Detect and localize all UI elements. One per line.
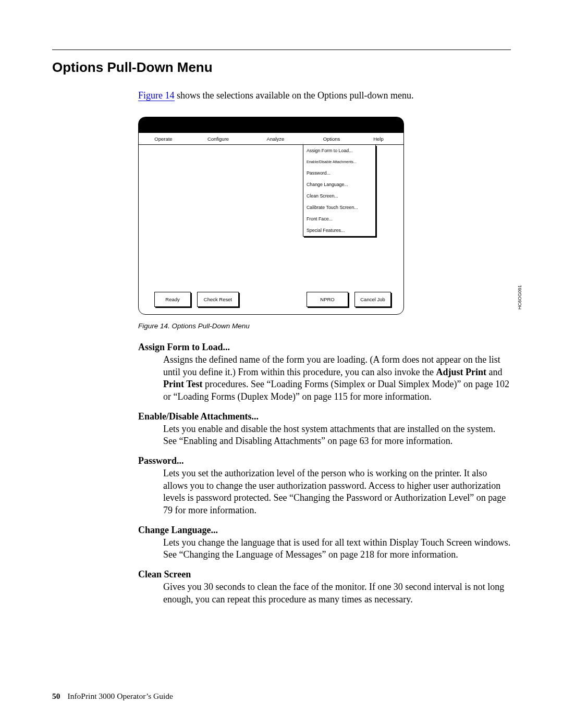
page-footer: 50InfoPrint 3000 Operator’s Guide [52, 692, 173, 701]
npro-button[interactable]: NPRO [307, 292, 348, 307]
menu-options[interactable]: Options [303, 136, 360, 142]
dropdown-item-change-language[interactable]: Change Language... [303, 179, 375, 190]
def-text: and [486, 367, 503, 377]
def-body: Lets you set the authorization level of … [163, 467, 511, 517]
menu-operate[interactable]: Operate [139, 136, 188, 142]
definition-list: Assign Form to Load... Assigns the defin… [138, 341, 511, 606]
def-term: Password... [138, 455, 511, 467]
def-assign-form: Assign Form to Load... Assigns the defin… [138, 341, 511, 403]
def-term: Clean Screen [138, 569, 511, 581]
def-term: Change Language... [138, 524, 511, 537]
def-clean-screen: Clean Screen Gives you 30 seconds to cle… [138, 569, 511, 606]
def-password: Password... Lets you set the authorizati… [138, 455, 511, 517]
menu-configure[interactable]: Configure [188, 136, 248, 142]
def-body: Gives you 30 seconds to clean the face o… [163, 581, 511, 606]
check-reset-button[interactable]: Check Reset [197, 292, 239, 307]
def-text: procedures. See “Loading Forms (Simplex … [163, 379, 509, 402]
dropdown-item-enable-disable[interactable]: Enable/Disable Attachments... [303, 156, 375, 167]
def-body: Lets you enable and disable the host sys… [163, 423, 511, 448]
ui-menubar: Operate Configure Analyze Options Help [139, 133, 403, 145]
menu-help[interactable]: Help [360, 136, 397, 142]
menu-analyze[interactable]: Analyze [248, 136, 303, 142]
def-body: Assigns the defined name of the form you… [163, 354, 511, 403]
figure-reference-link[interactable]: Figure 14 [138, 90, 175, 101]
ui-screenshot-frame: Operate Configure Analyze Options Help A… [138, 117, 404, 315]
def-enable-disable: Enable/Disable Attachments... Lets you e… [138, 411, 511, 448]
cancel-job-button[interactable]: Cancel Job [354, 292, 391, 307]
intro-text: shows the selections available on the Op… [175, 90, 414, 101]
options-dropdown: Assign Form to Load... Enable/Disable At… [303, 145, 376, 237]
dropdown-item-clean-screen[interactable]: Clean Screen... [303, 190, 375, 202]
def-bold: Adjust Print [436, 367, 486, 377]
dropdown-item-special-features[interactable]: Special Features... [303, 225, 375, 236]
dropdown-item-front-face[interactable]: Front Face... [303, 213, 375, 225]
ui-button-row: Ready Check Reset NPRO Cancel Job [139, 292, 403, 307]
figure-caption: Figure 14. Options Pull-Down Menu [138, 322, 511, 330]
page-number: 50 [52, 692, 60, 700]
doc-title: InfoPrint 3000 Operator’s Guide [68, 692, 173, 700]
def-bold: Print Test [163, 379, 203, 389]
figure-container: Operate Configure Analyze Options Help A… [138, 117, 511, 315]
dropdown-item-calibrate[interactable]: Calibrate Touch Screen... [303, 202, 375, 213]
intro-paragraph: Figure 14 shows the selections available… [138, 90, 511, 101]
dropdown-item-password[interactable]: Password... [303, 167, 375, 179]
def-term: Assign Form to Load... [138, 341, 511, 354]
def-term: Enable/Disable Attachments... [138, 411, 511, 423]
ready-button[interactable]: Ready [154, 292, 191, 307]
def-change-language: Change Language... Lets you change the l… [138, 524, 511, 561]
figure-code: HC6OG091 [517, 285, 522, 310]
ui-titlebar [139, 117, 403, 133]
def-body: Lets you change the language that is use… [163, 537, 511, 562]
dropdown-item-assign-form[interactable]: Assign Form to Load... [303, 145, 375, 156]
section-heading: Options Pull-Down Menu [52, 59, 511, 76]
top-rule [52, 50, 511, 50]
